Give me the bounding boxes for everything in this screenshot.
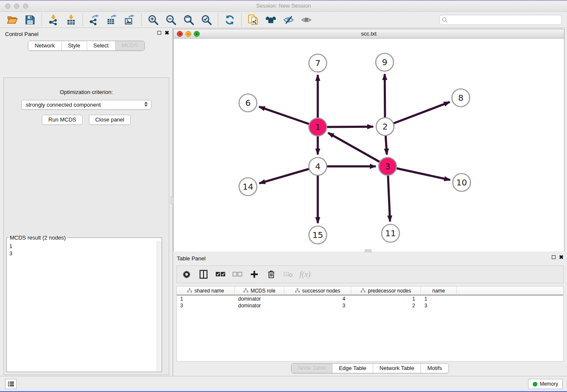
apply-layout-button[interactable]	[223, 14, 236, 26]
cell-predecessor-nodes: 1	[351, 296, 421, 302]
control-panel: Control Panel ✖ NetworkStyleSelectMCDS O…	[0, 28, 173, 378]
column-header-MCDS-role[interactable]: MCDS role	[235, 287, 284, 295]
tab-network[interactable]: Network	[28, 41, 61, 50]
open-session-button[interactable]	[6, 14, 19, 26]
node-table[interactable]: shared nameMCDS rolesuccessor nodesprede…	[176, 286, 564, 362]
export-table-button[interactable]	[106, 14, 118, 26]
float-panel-icon[interactable]	[157, 31, 161, 35]
home-view-button[interactable]	[264, 14, 277, 26]
network-window-titlebar[interactable]: × − + scc.txt	[173, 29, 564, 39]
result-scrollbar[interactable]	[157, 241, 162, 372]
node-label: 8	[458, 93, 464, 103]
export-image-button[interactable]	[124, 14, 136, 26]
node-7[interactable]: 7	[309, 54, 327, 72]
zoom-in-button[interactable]	[147, 14, 160, 26]
save-session-button[interactable]	[24, 14, 36, 26]
mcds-result-line: 3	[9, 250, 157, 257]
run-mcds-button[interactable]: Run MCDS	[42, 115, 83, 125]
zoom-fit-button[interactable]	[182, 14, 195, 26]
zoom-out-icon	[165, 14, 177, 26]
node-2[interactable]: 2	[376, 118, 394, 135]
trash-icon	[267, 270, 275, 279]
table-row[interactable]: 1dominator411	[177, 295, 563, 302]
dropdown-stepper-icon	[144, 102, 148, 107]
column-label: shared name	[194, 288, 224, 294]
select-all-rows-button[interactable]	[215, 269, 226, 280]
column-header-successor-nodes[interactable]: successor nodes	[284, 287, 351, 295]
node-9[interactable]: 9	[376, 53, 394, 71]
eye-icon	[300, 14, 313, 25]
import-network-button[interactable]	[47, 14, 60, 26]
app-titlebar: Session: New Session	[0, 1, 567, 12]
columns-icon	[199, 270, 208, 279]
column-header-shared-name[interactable]: shared name	[177, 287, 235, 295]
delete-table-button	[283, 269, 294, 280]
export-network-button[interactable]	[88, 14, 101, 26]
table-panel-tabs: Node TableEdge TableNetwork TableMotifs	[291, 363, 449, 373]
zoom-out-button[interactable]	[165, 14, 177, 26]
node-3[interactable]: 3	[379, 157, 396, 175]
create-column-button[interactable]	[249, 269, 260, 280]
node-6[interactable]: 6	[239, 94, 257, 112]
tab-mcds[interactable]: MCDS	[115, 41, 144, 50]
cell-MCDS-role: dominator	[235, 303, 284, 309]
column-header-name[interactable]: name	[421, 287, 457, 295]
attribute-icon	[243, 288, 248, 293]
node-11[interactable]: 11	[382, 224, 399, 242]
cell-name: 1	[421, 296, 457, 302]
tab-motifs[interactable]: Motifs	[421, 364, 449, 373]
import-network-icon	[48, 14, 59, 25]
deselect-all-rows-button[interactable]	[232, 269, 243, 280]
column-label: name	[432, 288, 445, 294]
node-15[interactable]: 15	[309, 226, 327, 244]
column-label: MCDS role	[250, 288, 275, 294]
edge-2-8[interactable]	[385, 102, 450, 127]
show-columns-button[interactable]	[198, 269, 209, 280]
tab-network-table[interactable]: Network Table	[373, 364, 421, 373]
node-label: 4	[315, 161, 321, 171]
node-8[interactable]: 8	[452, 89, 470, 107]
node-4[interactable]: 4	[309, 157, 327, 175]
table-settings-button[interactable]	[181, 269, 192, 280]
zoom-in-icon	[147, 14, 159, 26]
table-row[interactable]: 3dominator323	[177, 302, 563, 309]
node-14[interactable]: 14	[239, 178, 257, 196]
node-10[interactable]: 10	[453, 174, 471, 191]
import-table-button[interactable]	[65, 14, 77, 26]
tab-node-table[interactable]: Node Table	[292, 364, 332, 373]
float-table-panel-icon[interactable]	[552, 255, 556, 259]
clone-network-icon	[247, 14, 259, 26]
plus-icon	[250, 270, 259, 279]
attribute-icon	[187, 288, 192, 293]
node-label: 10	[456, 177, 467, 188]
close-panel-button[interactable]: Close panel	[89, 115, 131, 125]
hide-graphics-button[interactable]	[282, 14, 295, 26]
cell-predecessor-nodes: 2	[351, 303, 421, 309]
edge-3-10[interactable]	[388, 166, 450, 180]
edge-3-1[interactable]	[328, 133, 388, 166]
network-canvas[interactable]: 7968124314101511	[173, 39, 564, 251]
delete-column-button[interactable]	[266, 269, 277, 280]
memory-button[interactable]: Memory	[528, 379, 563, 389]
node-label: 2	[383, 121, 388, 132]
attribute-icon	[295, 288, 300, 293]
network-window-title: scc.txt	[173, 30, 564, 37]
ui-panels-menu-button[interactable]	[5, 379, 17, 389]
column-header-predecessor-nodes[interactable]: predecessor nodes	[351, 287, 421, 295]
clone-network-button[interactable]	[247, 14, 259, 26]
cell-shared-name: 3	[177, 303, 235, 309]
zoom-selected-icon	[201, 14, 212, 26]
search-input[interactable]	[439, 15, 562, 25]
tab-style[interactable]: Style	[61, 41, 87, 50]
close-table-panel-icon[interactable]: ✖	[559, 255, 564, 259]
tab-select[interactable]: Select	[87, 41, 115, 50]
zoom-selected-button[interactable]	[200, 14, 213, 26]
criterion-dropdown[interactable]: strongly connected component	[21, 100, 151, 110]
tab-edge-table[interactable]: Edge Table	[332, 364, 373, 373]
node-1[interactable]: 1	[309, 118, 327, 136]
close-panel-icon[interactable]: ✖	[165, 30, 169, 35]
open-folder-icon	[6, 14, 18, 25]
show-graphics-button[interactable]	[300, 14, 313, 26]
control-panel-title: Control Panel	[5, 31, 39, 37]
node-table-header: shared nameMCDS rolesuccessor nodesprede…	[177, 287, 563, 295]
